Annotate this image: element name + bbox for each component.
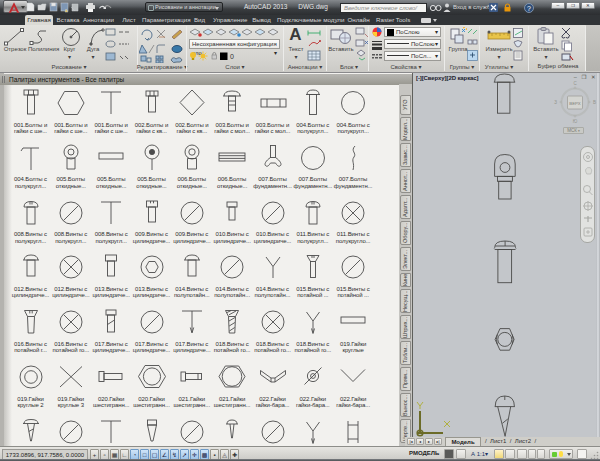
svg-text:Ю: Ю — [573, 119, 578, 124]
svg-text:З: З — [554, 100, 557, 105]
svg-text:0: 0 — [230, 53, 234, 60]
svg-text:?: ? — [527, 4, 531, 11]
svg-text:ВЕРХ: ВЕРХ — [569, 101, 580, 106]
svg-text:С: С — [573, 81, 577, 86]
svg-text:В: В — [593, 100, 596, 105]
